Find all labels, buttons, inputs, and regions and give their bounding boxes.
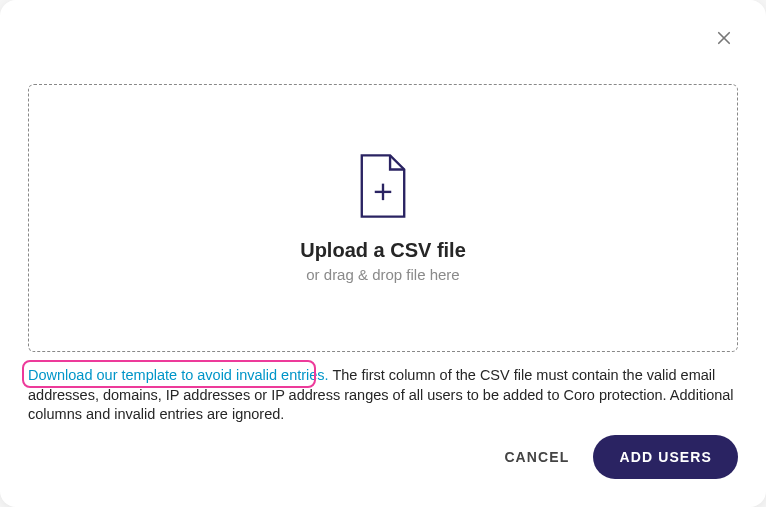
dropzone-subtitle: or drag & drop file here <box>306 266 459 283</box>
close-icon <box>715 29 733 47</box>
upload-users-dialog: Upload a CSV file or drag & drop file he… <box>0 0 766 507</box>
dropzone-title: Upload a CSV file <box>300 239 466 262</box>
csv-dropzone[interactable]: Upload a CSV file or drag & drop file he… <box>28 84 738 352</box>
help-text: Download our template to avoid invalid e… <box>28 366 738 425</box>
download-template-link[interactable]: Download our template to avoid invalid e… <box>28 367 329 383</box>
file-plus-icon <box>354 153 412 219</box>
add-users-button[interactable]: ADD USERS <box>593 435 738 479</box>
dialog-actions: CANCEL ADD USERS <box>504 435 738 479</box>
close-button[interactable] <box>712 26 736 50</box>
cancel-button[interactable]: CANCEL <box>504 449 569 465</box>
